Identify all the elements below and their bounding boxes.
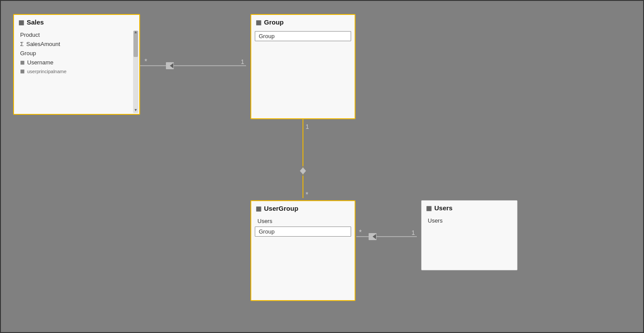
table-group-title: Group [264,18,284,26]
diamond-fill [300,167,306,174]
table-group-body: Group [251,28,355,46]
table-users-body: Users [422,214,517,229]
sigma-icon: Σ [20,41,24,47]
field-group-groupname-label: Group [259,33,274,39]
table-sales-header: ▦ Sales [14,15,139,28]
table-sales-title: Sales [27,18,44,26]
table-usergroup[interactable]: ▦ UserGroup Users Group [250,200,355,301]
field-usergroup-group[interactable]: Group [255,227,351,237]
table-group-header: ▦ Group [251,15,355,28]
table-sales-body: Product Σ SalesAmount Group ▦ Username ▦… [14,28,139,79]
label-group-one-v: 1 [306,123,309,130]
label-sales-many: * [144,58,147,65]
field-salesamount[interactable]: Σ SalesAmount [14,39,139,49]
table-users-title: Users [434,204,453,212]
field-users-users[interactable]: Users [422,216,517,225]
arrow-ug-users-box [369,233,377,240]
diagram-canvas[interactable]: ▦ Sales Product Σ SalesAmount Group ▦ Us… [0,0,644,333]
table-users-header: ▦ Users [422,201,517,214]
field-group-groupname[interactable]: Group [255,31,351,41]
table-icon-group: ▦ [256,19,261,26]
table-users[interactable]: ▦ Users Users [421,200,517,270]
field-usergroup-users[interactable]: Users [251,216,355,226]
field-group-label: Group [20,50,36,57]
field-product[interactable]: Product [14,30,139,39]
diamond-group-usergroup [299,166,306,175]
field-userprincipalname[interactable]: ▦ userprincipalname [14,67,139,75]
field-salesamount-label: SalesAmount [26,41,60,47]
table-icon-usergroup: ▦ [256,205,261,212]
scrollbar-thumb-sales [134,31,138,57]
table-usergroup-header: ▦ UserGroup [251,201,355,215]
grid-icon-username: ▦ [20,60,25,65]
arrow-sales-group-head [170,63,173,68]
label-ug-many: * [359,229,362,236]
field-usergroup-users-label: Users [257,218,272,224]
field-users-users-label: Users [428,217,443,224]
label-group-one: 1 [241,58,244,65]
field-upn-label: userprincipalname [27,69,67,74]
field-product-label: Product [20,32,40,38]
table-usergroup-body: Users Group [251,215,355,241]
arrow-ug-users-head [373,234,376,239]
label-users-one: 1 [412,229,415,236]
field-group[interactable]: Group [14,49,139,58]
field-usergroup-group-label: Group [259,228,274,235]
scroll-down-arrow[interactable]: ▼ [134,108,138,112]
table-usergroup-title: UserGroup [264,205,298,212]
table-sales[interactable]: ▦ Sales Product Σ SalesAmount Group ▦ Us… [13,14,140,115]
table-group[interactable]: ▦ Group Group [250,14,355,119]
table-icon-users: ▦ [426,205,432,212]
arrow-sales-group-box [166,62,174,69]
grid-icon-upn: ▦ [20,68,25,74]
table-icon-sales: ▦ [18,19,24,26]
scroll-up-arrow[interactable]: ▲ [134,30,138,34]
field-username-label: Username [27,59,53,66]
field-username[interactable]: ▦ Username [14,58,139,67]
scrollbar-sales[interactable] [133,31,138,113]
label-usergroup-many: * [306,191,308,198]
